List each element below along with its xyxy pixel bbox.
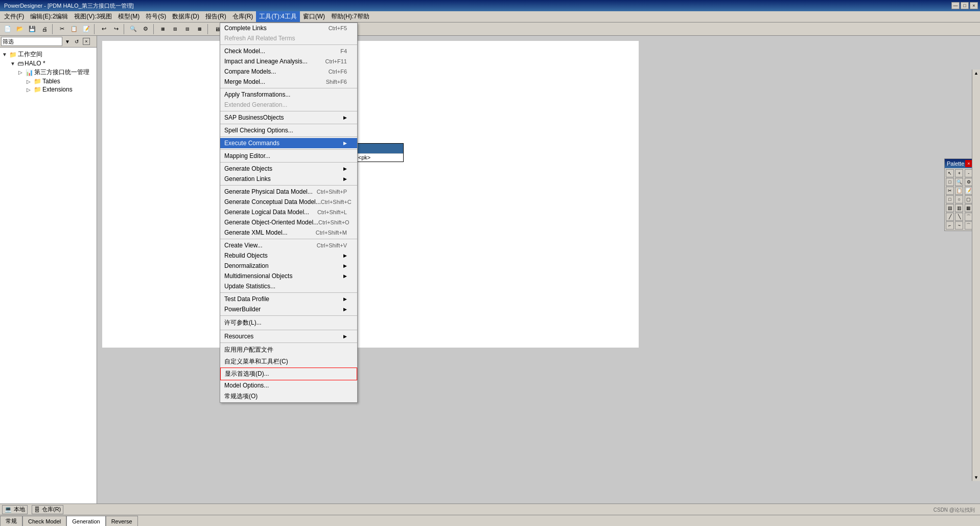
menu-mapping-editor[interactable]: Mapping Editor... — [220, 151, 357, 161]
palette-btn-cut[interactable]: ✂ — [946, 187, 954, 195]
toolbar-redo[interactable]: ↪ — [110, 24, 122, 35]
menu-update-statistics[interactable]: Update Statistics... — [220, 281, 357, 291]
sep1 — [52, 24, 54, 34]
menu-help[interactable]: 帮助(H):7帮助 — [328, 11, 372, 22]
panel-close-button[interactable]: × — [83, 38, 90, 45]
close-button[interactable]: × — [970, 2, 978, 9]
menu-apply-transformations[interactable]: Apply Transformations... — [220, 89, 357, 100]
menu-gen-xml[interactable]: Generate XML Model... Ctrl+Shift+M — [220, 227, 357, 238]
menu-impact-lineage[interactable]: Impact and Lineage Analysis... Ctrl+F11 — [220, 56, 357, 66]
minimize-button[interactable]: — — [951, 2, 960, 9]
palette-btn-cursor[interactable]: ↖ — [946, 169, 954, 177]
toolbar-open[interactable]: 📂 — [14, 24, 26, 35]
tab-generation[interactable]: Generation — [66, 516, 105, 526]
menu-file[interactable]: 文件(F) — [1, 11, 27, 22]
menu-complete-links[interactable]: Complete Links Ctrl+F5 — [220, 23, 357, 33]
tab-bar: 常规 Check Model Generation Reverse — [0, 515, 980, 526]
menu-compare-models[interactable]: Compare Models... Ctrl+F6 — [220, 66, 357, 77]
menu-rebuild-objects[interactable]: Rebuild Objects ▶ — [220, 250, 357, 261]
menu-edit[interactable]: 编辑(E):2编辑 — [27, 11, 71, 22]
palette-btn-zoom[interactable]: 🔍 — [955, 178, 963, 186]
tree-third-party[interactable]: ▷ 📊 第三方接口统一管理 — [18, 67, 95, 77]
menu-report[interactable]: 报告(R) — [202, 11, 229, 22]
palette-close-button[interactable]: × — [965, 160, 972, 167]
menu-resources[interactable]: Resources ▶ — [220, 331, 357, 341]
menu-denormalization[interactable]: Denormalization ▶ — [220, 261, 357, 271]
dropdown-menu: Complete Links Ctrl+F5 Refresh All Relat… — [220, 22, 358, 403]
menu-test-data[interactable]: Test Data Profile ▶ — [220, 294, 357, 304]
menu-gen-conceptual[interactable]: Generate Conceptual Data Model... Ctrl+S… — [220, 197, 357, 207]
menu-license[interactable]: 许可参数(L)... — [220, 317, 357, 329]
palette-btn-arc2[interactable]: ~ — [955, 221, 963, 230]
menu-database[interactable]: 数据库(D) — [169, 11, 202, 22]
palette-btn-grid2[interactable]: ▥ — [955, 204, 963, 212]
menu-spell-checking[interactable]: Spell Checking Options... — [220, 125, 357, 135]
menu-extended-generation: Extended Generation... — [220, 100, 357, 110]
menu-window[interactable]: 窗口(W) — [300, 11, 328, 22]
menu-sap-businessobjects[interactable]: SAP BusinessObjects ▶ — [220, 112, 357, 123]
tree-workspace[interactable]: ▼ 📁 工作空间 — [2, 50, 95, 59]
menu-tools[interactable]: 工具(T):4工具 — [256, 11, 299, 22]
refresh-btn[interactable]: ↺ — [73, 37, 81, 45]
palette-btn-grid1[interactable]: ▤ — [946, 204, 954, 212]
palette-btn-link2[interactable]: ╲ — [955, 213, 963, 221]
menu-create-view[interactable]: Create View... Ctrl+Shift+V — [220, 240, 357, 250]
menu-symbol[interactable]: 符号(S) — [143, 11, 169, 22]
toolbar-paste[interactable]: 📝 — [81, 24, 92, 35]
menu-repository[interactable]: 仓库(R) — [229, 11, 256, 22]
toolbar-b3[interactable]: ▨ — [182, 24, 193, 35]
database-icon: 🗄 — [34, 507, 40, 513]
toolbar-save[interactable]: 💾 — [27, 24, 38, 35]
menu-user-profile[interactable]: 应用用户配置文件 — [220, 344, 357, 356]
toolbar-new[interactable]: 📄 — [2, 24, 13, 35]
menu-view[interactable]: 视图(V):3视图 — [71, 11, 115, 22]
toolbar-undo[interactable]: ↩ — [98, 24, 109, 35]
sep-4 — [220, 124, 357, 124]
menu-customize[interactable]: 自定义菜单和工具栏(C) — [220, 356, 357, 368]
palette-btn-circle[interactable]: ○ — [955, 195, 963, 203]
palette-btn-arc1[interactable]: ⌐ — [946, 221, 954, 230]
palette-btn-rect[interactable]: □ — [946, 195, 954, 203]
tree-halo[interactable]: ▼ 🗃 HALO * — [10, 59, 95, 67]
sep-3 — [220, 111, 357, 111]
palette-btn-zoomin[interactable]: + — [955, 169, 963, 177]
status-repository[interactable]: 🗄 仓库(R) — [32, 505, 63, 514]
toolbar-copy[interactable]: 📋 — [68, 24, 80, 35]
palette-btn-zoomfit[interactable]: □ — [946, 178, 954, 186]
menu-execute-commands[interactable]: Execute Commands ▶ — [220, 138, 357, 148]
menu-display-preferences[interactable]: 显示首选项(D)... — [220, 368, 357, 380]
menu-model-options[interactable]: Model Options... — [220, 380, 357, 391]
menu-generation-links[interactable]: Generation Links ▶ — [220, 174, 357, 184]
menu-check-model[interactable]: Check Model... F4 — [220, 46, 357, 56]
menu-gen-logical[interactable]: Generate Logical Data Model... Ctrl+Shif… — [220, 207, 357, 217]
palette-btn-copy[interactable]: 📋 — [955, 187, 963, 195]
toolbar-b1[interactable]: ▦ — [157, 24, 169, 35]
menu-gen-physical[interactable]: Generate Physical Data Model... Ctrl+Shi… — [220, 187, 357, 197]
search-input[interactable] — [1, 37, 62, 46]
tree-extensions[interactable]: ▷ 📁 Extensions — [27, 85, 95, 94]
filter-btn[interactable]: ▼ — [63, 37, 72, 45]
menu-general-options[interactable]: 常规选项(O) — [220, 391, 357, 402]
right-scrollbar[interactable]: ▲ ▼ — [972, 70, 980, 481]
palette-btn-link1[interactable]: ╱ — [946, 213, 954, 221]
toolbar-cut[interactable]: ✂ — [56, 24, 67, 35]
toolbar-b2[interactable]: ▧ — [170, 24, 181, 35]
menu-generate-objects[interactable]: Generate Objects ▶ — [220, 164, 357, 174]
menu-multidimensional[interactable]: Multidimensional Objects ▶ — [220, 271, 357, 281]
restore-button[interactable]: □ — [961, 2, 969, 9]
menu-merge-model[interactable]: Merge Model... Shift+F6 — [220, 77, 357, 87]
toolbar-settings[interactable]: ⚙ — [140, 24, 151, 35]
toolbar-b4[interactable]: ▩ — [194, 24, 205, 35]
tree-tables[interactable]: ▷ 📁 Tables — [27, 77, 95, 85]
status-local[interactable]: 💻 本地 — [2, 505, 28, 514]
sep-10 — [220, 292, 357, 293]
toolbar-search[interactable]: 🔍 — [128, 24, 139, 35]
menu-gen-oo[interactable]: Generate Object-Oriented Model... Ctrl+S… — [220, 217, 357, 227]
tab-check-model[interactable]: Check Model — [22, 516, 66, 526]
menu-powerbuilder[interactable]: PowerBuilder ▶ — [220, 304, 357, 314]
toolbar-print[interactable]: 🖨 — [39, 24, 50, 35]
menu-model[interactable]: 模型(M) — [115, 11, 143, 22]
tab-reverse[interactable]: Reverse — [106, 516, 138, 526]
tab-normal[interactable]: 常规 — [0, 516, 22, 526]
sep-7 — [220, 162, 357, 163]
